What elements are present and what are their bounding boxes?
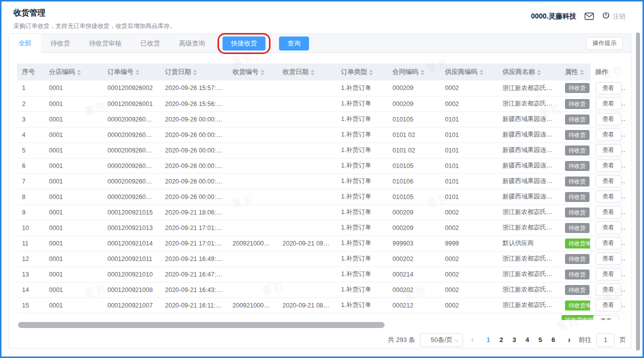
cell-order_type: 1.补货订单 bbox=[336, 266, 388, 282]
page-number-4[interactable]: 4 bbox=[521, 336, 534, 344]
sort-icon[interactable] bbox=[580, 70, 584, 76]
sort-icon[interactable] bbox=[77, 70, 81, 76]
view-button[interactable]: 查看 bbox=[596, 128, 622, 141]
cell-status: 待收货 bbox=[560, 251, 590, 266]
sort-icon[interactable] bbox=[420, 70, 424, 76]
sort-icon[interactable] bbox=[369, 70, 373, 76]
column-header-收货日期[interactable]: 收货日期 bbox=[278, 64, 336, 80]
cell-receive_date bbox=[278, 127, 336, 142]
cell-supplier_code: 0002 bbox=[440, 204, 498, 220]
tab-全部[interactable]: 全部 bbox=[9, 34, 41, 53]
operation-tips-button[interactable]: 操作提示 bbox=[586, 37, 623, 50]
column-header-供应商名称[interactable]: 供应商名称 bbox=[498, 64, 560, 80]
view-button[interactable]: 查看 bbox=[596, 284, 622, 296]
status-badge: 待收货 bbox=[565, 130, 590, 140]
cell-store: 0001 bbox=[44, 96, 102, 112]
column-header-属性[interactable]: 属性 bbox=[560, 64, 590, 80]
sort-icon[interactable] bbox=[480, 70, 484, 76]
view-button[interactable]: 查看 bbox=[596, 98, 622, 110]
view-button[interactable]: 查看 bbox=[596, 237, 622, 250]
cell-order_date: 2020-09-26 15:56:44 bbox=[160, 96, 228, 112]
cell-contract: 000209 bbox=[388, 204, 440, 220]
cell-contract: 000202 bbox=[388, 282, 440, 298]
cell-status: 待收货 bbox=[560, 127, 590, 142]
page-number-1[interactable]: 1 bbox=[482, 336, 495, 344]
cell-order_no: 0001200926002 bbox=[102, 80, 160, 96]
logout-button[interactable]: 注销 bbox=[602, 12, 626, 21]
cell-receive_date bbox=[278, 96, 336, 112]
view-button[interactable]: 查看 bbox=[596, 252, 622, 265]
cell-store: 0001 bbox=[44, 266, 102, 282]
view-button[interactable]: 查看 bbox=[596, 222, 622, 234]
column-header-订货日期[interactable]: 订货日期 bbox=[160, 64, 228, 80]
view-button[interactable]: 查看 bbox=[596, 144, 622, 156]
view-button[interactable]: 查看 bbox=[596, 160, 622, 172]
cell-supplier: 浙江新农都宓氏贸易... bbox=[498, 80, 560, 96]
cell-order_type: 1.补货订单 bbox=[336, 127, 388, 142]
cell-receive_date bbox=[278, 158, 336, 174]
tab-待收货[interactable]: 待收货 bbox=[41, 34, 80, 53]
cell-order_no: 00002009260007 bbox=[102, 189, 160, 204]
sort-icon[interactable] bbox=[136, 70, 140, 76]
goto-page-input[interactable] bbox=[596, 333, 614, 347]
cell-supplier: 新疆西域果园连锁销... bbox=[498, 189, 560, 204]
column-header-合同编码[interactable]: 合同编码 bbox=[388, 64, 440, 80]
cell-action: 查看 bbox=[590, 127, 626, 142]
column-header-订单类型[interactable]: 订单类型 bbox=[336, 64, 388, 80]
view-button[interactable]: 查看 bbox=[596, 113, 622, 126]
column-label: 订单类型 bbox=[341, 68, 367, 76]
cell-contract: 0101 02 bbox=[388, 142, 440, 158]
view-button[interactable]: 查看 bbox=[596, 190, 622, 203]
column-header-分店编码[interactable]: 分店编码 bbox=[44, 64, 102, 80]
cell-receive_no: 200921000021 bbox=[228, 236, 278, 251]
prev-page-button[interactable]: ‹ bbox=[468, 336, 476, 344]
message-icon[interactable] bbox=[584, 12, 594, 20]
tab-待收货审核[interactable]: 待收货审核 bbox=[80, 34, 131, 53]
cell-action: 查看 bbox=[590, 220, 626, 236]
cell-order_no: 00002009260001 bbox=[102, 112, 160, 127]
horizontal-scrollbar[interactable] bbox=[17, 322, 623, 328]
cell-order_date: 2020-09-21 16:47:17 bbox=[160, 266, 228, 282]
cell-contract: 000212 bbox=[388, 298, 440, 313]
page-number-3[interactable]: 3 bbox=[508, 336, 521, 344]
sort-icon[interactable] bbox=[193, 70, 197, 76]
cell-order_type: 1.补货订单 bbox=[336, 96, 388, 112]
table-row: 60001000020092600052020-09-26 00:00:001.… bbox=[17, 158, 626, 174]
cell-receive_no bbox=[228, 80, 278, 96]
cell-order_no: 0001200921013 bbox=[102, 220, 160, 236]
quick-receive-button[interactable]: 快捷收货 bbox=[222, 36, 266, 50]
tab-已收货[interactable]: 已收货 bbox=[131, 34, 170, 53]
status-badge: 待收货审核 bbox=[565, 300, 590, 310]
cell-order_no: 00002009260005 bbox=[102, 158, 160, 174]
cell-supplier: 浙江新农都宓氏贸易... bbox=[498, 204, 560, 220]
cell-order_no: 0001200921010 bbox=[102, 266, 160, 282]
horizontal-scrollbar-thumb[interactable] bbox=[18, 322, 384, 328]
cell-contract: 999903 bbox=[388, 236, 440, 251]
view-button[interactable]: 查看 bbox=[596, 175, 622, 188]
cell-order_type: 1.补货订单 bbox=[336, 282, 388, 298]
page-number-2[interactable]: 2 bbox=[495, 336, 508, 344]
cell-seq: 12 bbox=[17, 251, 44, 266]
view-button[interactable]: 查看 bbox=[596, 268, 622, 280]
sort-icon[interactable] bbox=[260, 70, 264, 76]
sort-icon[interactable] bbox=[310, 70, 314, 76]
page-size-select[interactable]: 50条/页 bbox=[420, 333, 463, 347]
column-label: 分店编码 bbox=[49, 68, 75, 76]
view-button[interactable]: 查看 bbox=[596, 82, 622, 94]
column-header-订单编号[interactable]: 订单编号 bbox=[102, 64, 160, 80]
next-page-button[interactable]: › bbox=[565, 336, 574, 344]
vertical-scrollbar-thumb[interactable] bbox=[636, 32, 640, 350]
view-button[interactable]: 查看 bbox=[596, 206, 622, 218]
view-button[interactable]: 查看 bbox=[593, 315, 619, 320]
cell-supplier_code: 0002 bbox=[440, 96, 498, 112]
query-button[interactable]: 查询 bbox=[279, 36, 309, 50]
column-header-收货编号[interactable]: 收货编号 bbox=[228, 64, 278, 80]
sort-icon[interactable] bbox=[537, 70, 541, 76]
page-number-6[interactable]: 6 bbox=[547, 336, 560, 344]
column-header-供应商编码[interactable]: 供应商编码 bbox=[440, 64, 498, 80]
page-number-5[interactable]: 5 bbox=[534, 336, 547, 344]
view-button[interactable]: 查看 bbox=[596, 299, 622, 312]
tab-高级查询[interactable]: 高级查询 bbox=[170, 34, 214, 53]
cell-contract: 0101 02 bbox=[388, 127, 440, 142]
cell-supplier: 浙江新农都宓氏贸易... bbox=[498, 96, 560, 112]
